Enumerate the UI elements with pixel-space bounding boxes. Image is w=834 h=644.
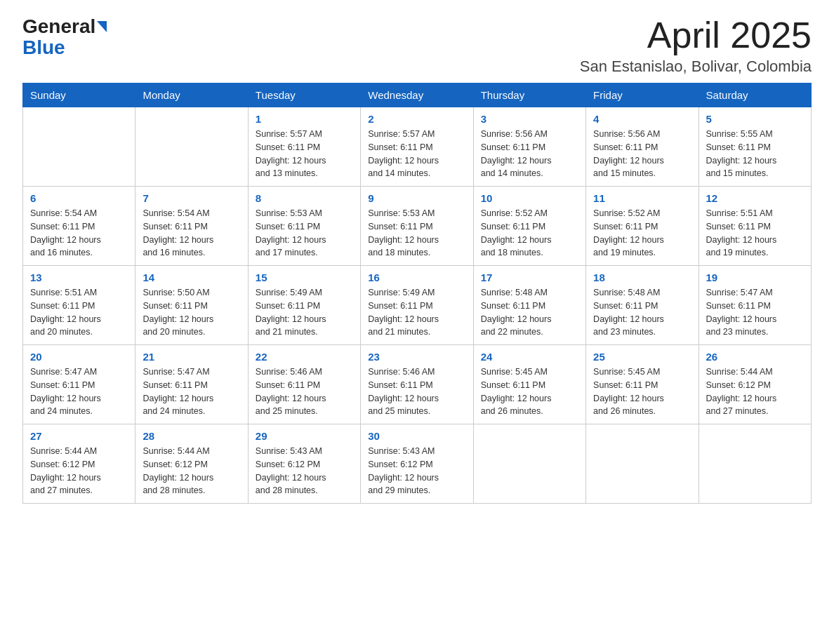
- calendar-week-row: 1Sunrise: 5:57 AMSunset: 6:11 PMDaylight…: [23, 107, 812, 187]
- calendar-day-cell: 3Sunrise: 5:56 AMSunset: 6:11 PMDaylight…: [473, 107, 585, 187]
- day-of-week-header: Saturday: [699, 83, 811, 107]
- logo: General Blue: [22, 17, 107, 59]
- calendar-day-cell: [23, 107, 135, 187]
- calendar-body: 1Sunrise: 5:57 AMSunset: 6:11 PMDaylight…: [23, 107, 812, 504]
- calendar-week-row: 6Sunrise: 5:54 AMSunset: 6:11 PMDaylight…: [23, 187, 812, 266]
- day-number: 8: [256, 192, 353, 204]
- day-number: 11: [593, 192, 691, 204]
- day-number: 21: [143, 351, 240, 363]
- day-number: 4: [593, 113, 691, 125]
- day-info: Sunrise: 5:54 AMSunset: 6:11 PMDaylight:…: [143, 207, 240, 260]
- day-info: Sunrise: 5:56 AMSunset: 6:11 PMDaylight:…: [481, 128, 578, 180]
- calendar-day-cell: 29Sunrise: 5:43 AMSunset: 6:12 PMDayligh…: [248, 424, 360, 504]
- day-info: Sunrise: 5:48 AMSunset: 6:11 PMDaylight:…: [481, 286, 578, 339]
- day-number: 27: [30, 430, 128, 442]
- logo-text-general: General: [22, 17, 95, 36]
- day-number: 28: [143, 430, 240, 442]
- day-number: 24: [481, 351, 578, 363]
- day-info: Sunrise: 5:52 AMSunset: 6:11 PMDaylight:…: [481, 207, 578, 260]
- calendar-table: SundayMondayTuesdayWednesdayThursdayFrid…: [22, 83, 812, 504]
- day-number: 9: [368, 192, 465, 204]
- calendar-day-cell: 23Sunrise: 5:46 AMSunset: 6:11 PMDayligh…: [361, 345, 473, 424]
- calendar-day-cell: 13Sunrise: 5:51 AMSunset: 6:11 PMDayligh…: [23, 266, 135, 345]
- day-number: 14: [143, 271, 240, 283]
- calendar-day-cell: 14Sunrise: 5:50 AMSunset: 6:11 PMDayligh…: [135, 266, 248, 345]
- day-number: 1: [256, 113, 353, 125]
- day-info: Sunrise: 5:50 AMSunset: 6:11 PMDaylight:…: [143, 286, 240, 339]
- logo-text-blue: Blue: [22, 36, 65, 59]
- day-info: Sunrise: 5:45 AMSunset: 6:11 PMDaylight:…: [593, 365, 691, 418]
- day-info: Sunrise: 5:57 AMSunset: 6:11 PMDaylight:…: [368, 128, 465, 180]
- calendar-title: April 2025: [580, 17, 812, 53]
- day-number: 30: [368, 430, 465, 442]
- calendar-day-cell: 6Sunrise: 5:54 AMSunset: 6:11 PMDaylight…: [23, 187, 135, 266]
- day-number: 25: [593, 351, 691, 363]
- day-of-week-header: Monday: [135, 83, 248, 107]
- day-of-week-header: Friday: [586, 83, 699, 107]
- calendar-day-cell: 12Sunrise: 5:51 AMSunset: 6:11 PMDayligh…: [699, 187, 811, 266]
- day-number: 5: [706, 113, 804, 125]
- calendar-day-cell: 28Sunrise: 5:44 AMSunset: 6:12 PMDayligh…: [135, 424, 248, 504]
- day-info: Sunrise: 5:53 AMSunset: 6:11 PMDaylight:…: [256, 207, 353, 260]
- calendar-day-cell: 21Sunrise: 5:47 AMSunset: 6:11 PMDayligh…: [135, 345, 248, 424]
- day-of-week-header: Tuesday: [248, 83, 360, 107]
- day-info: Sunrise: 5:56 AMSunset: 6:11 PMDaylight:…: [593, 128, 691, 180]
- day-number: 13: [30, 271, 128, 283]
- day-info: Sunrise: 5:51 AMSunset: 6:11 PMDaylight:…: [30, 286, 128, 339]
- day-number: 17: [481, 271, 578, 283]
- calendar-day-cell: [586, 424, 699, 504]
- calendar-day-cell: 30Sunrise: 5:43 AMSunset: 6:12 PMDayligh…: [361, 424, 473, 504]
- day-info: Sunrise: 5:47 AMSunset: 6:11 PMDaylight:…: [706, 286, 804, 339]
- day-info: Sunrise: 5:51 AMSunset: 6:11 PMDaylight:…: [706, 207, 804, 260]
- title-block: April 2025 San Estanislao, Bolivar, Colo…: [580, 17, 812, 76]
- day-number: 26: [706, 351, 804, 363]
- calendar-day-cell: 10Sunrise: 5:52 AMSunset: 6:11 PMDayligh…: [473, 187, 585, 266]
- days-of-week-row: SundayMondayTuesdayWednesdayThursdayFrid…: [23, 83, 812, 107]
- day-number: 15: [256, 271, 353, 283]
- day-number: 6: [30, 192, 128, 204]
- calendar-week-row: 27Sunrise: 5:44 AMSunset: 6:12 PMDayligh…: [23, 424, 812, 504]
- calendar-day-cell: 25Sunrise: 5:45 AMSunset: 6:11 PMDayligh…: [586, 345, 699, 424]
- day-number: 7: [143, 192, 240, 204]
- day-of-week-header: Wednesday: [361, 83, 473, 107]
- day-number: 23: [368, 351, 465, 363]
- day-number: 10: [481, 192, 578, 204]
- day-number: 19: [706, 271, 804, 283]
- day-number: 2: [368, 113, 465, 125]
- calendar-day-cell: 17Sunrise: 5:48 AMSunset: 6:11 PMDayligh…: [473, 266, 585, 345]
- day-info: Sunrise: 5:44 AMSunset: 6:12 PMDaylight:…: [30, 445, 128, 497]
- day-info: Sunrise: 5:48 AMSunset: 6:11 PMDaylight:…: [593, 286, 691, 339]
- calendar-day-cell: 8Sunrise: 5:53 AMSunset: 6:11 PMDaylight…: [248, 187, 360, 266]
- calendar-day-cell: 2Sunrise: 5:57 AMSunset: 6:11 PMDaylight…: [361, 107, 473, 187]
- calendar-day-cell: [473, 424, 585, 504]
- day-number: 12: [706, 192, 804, 204]
- calendar-subtitle: San Estanislao, Bolivar, Colombia: [580, 58, 812, 76]
- calendar-day-cell: 9Sunrise: 5:53 AMSunset: 6:11 PMDaylight…: [361, 187, 473, 266]
- calendar-day-cell: 24Sunrise: 5:45 AMSunset: 6:11 PMDayligh…: [473, 345, 585, 424]
- day-info: Sunrise: 5:44 AMSunset: 6:12 PMDaylight:…: [706, 365, 804, 418]
- calendar-day-cell: 16Sunrise: 5:49 AMSunset: 6:11 PMDayligh…: [361, 266, 473, 345]
- day-number: 18: [593, 271, 691, 283]
- day-info: Sunrise: 5:46 AMSunset: 6:11 PMDaylight:…: [256, 365, 353, 418]
- day-number: 22: [256, 351, 353, 363]
- calendar-day-cell: 19Sunrise: 5:47 AMSunset: 6:11 PMDayligh…: [699, 266, 811, 345]
- day-info: Sunrise: 5:47 AMSunset: 6:11 PMDaylight:…: [143, 365, 240, 418]
- day-info: Sunrise: 5:45 AMSunset: 6:11 PMDaylight:…: [481, 365, 578, 418]
- calendar-day-cell: 15Sunrise: 5:49 AMSunset: 6:11 PMDayligh…: [248, 266, 360, 345]
- day-number: 20: [30, 351, 128, 363]
- day-info: Sunrise: 5:46 AMSunset: 6:11 PMDaylight:…: [368, 365, 465, 418]
- calendar-day-cell: 27Sunrise: 5:44 AMSunset: 6:12 PMDayligh…: [23, 424, 135, 504]
- day-number: 29: [256, 430, 353, 442]
- calendar-header: SundayMondayTuesdayWednesdayThursdayFrid…: [23, 83, 812, 107]
- day-info: Sunrise: 5:52 AMSunset: 6:11 PMDaylight:…: [593, 207, 691, 260]
- calendar-day-cell: 22Sunrise: 5:46 AMSunset: 6:11 PMDayligh…: [248, 345, 360, 424]
- calendar-day-cell: 26Sunrise: 5:44 AMSunset: 6:12 PMDayligh…: [699, 345, 811, 424]
- calendar-day-cell: 11Sunrise: 5:52 AMSunset: 6:11 PMDayligh…: [586, 187, 699, 266]
- day-info: Sunrise: 5:55 AMSunset: 6:11 PMDaylight:…: [706, 128, 804, 180]
- calendar-day-cell: [699, 424, 811, 504]
- calendar-week-row: 20Sunrise: 5:47 AMSunset: 6:11 PMDayligh…: [23, 345, 812, 424]
- calendar-day-cell: 7Sunrise: 5:54 AMSunset: 6:11 PMDaylight…: [135, 187, 248, 266]
- day-info: Sunrise: 5:43 AMSunset: 6:12 PMDaylight:…: [256, 445, 353, 497]
- logo-arrow-icon: [97, 21, 107, 32]
- day-info: Sunrise: 5:54 AMSunset: 6:11 PMDaylight:…: [30, 207, 128, 260]
